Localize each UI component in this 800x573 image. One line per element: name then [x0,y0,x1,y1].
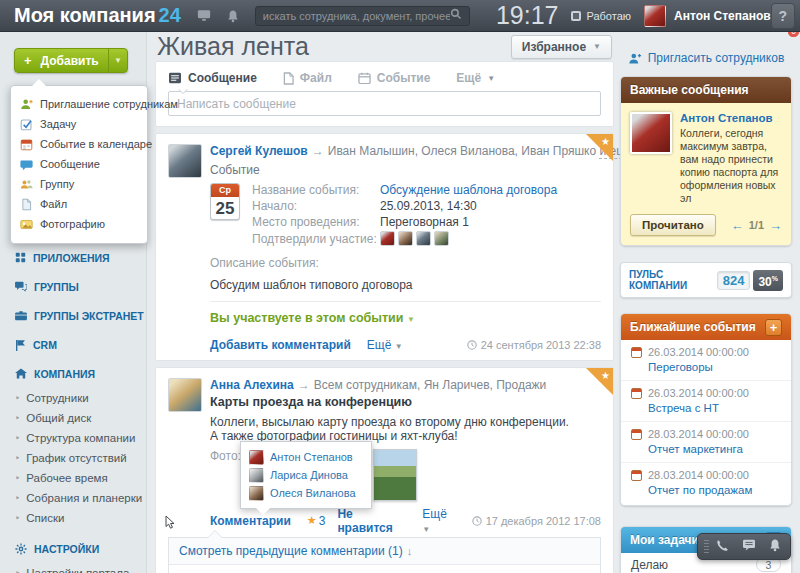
author-avatar[interactable] [168,144,202,178]
post-author-link[interactable]: Сергей Кулешов [210,144,308,158]
liker-name-link[interactable]: Олеся Виланова [270,487,356,499]
drag-handle[interactable] [704,540,709,554]
likes-count[interactable]: 3 [319,514,326,528]
tab-file[interactable]: Файл [283,71,332,85]
post-more-link[interactable]: Ещё ▼ [422,507,455,535]
liker-avatar[interactable] [249,450,264,465]
menu-item-photo[interactable]: Фотографию [11,214,147,234]
triangle-bullet-icon: ‣ [15,393,20,403]
event-datetime: 26.03.2014 00:00:00 [631,387,781,399]
event-field-row: Подтвердили участие: [252,231,557,246]
work-status[interactable]: Работаю [571,10,631,22]
menu-item-file[interactable]: Файл [11,194,147,214]
event-tab-icon [358,72,371,84]
add-button[interactable]: + Добавить ▼ [14,48,128,73]
add-event-button[interactable]: + [765,319,782,336]
post-more-link[interactable]: Ещё ▼ [367,338,403,352]
participant-avatar[interactable] [380,231,395,246]
event-datetime: 28.03.2014 00:00:00 [631,428,781,440]
pagination-counter: 1/1 [749,219,764,231]
participant-avatar[interactable] [434,231,449,246]
liker-name-link[interactable]: Антон Степанов [270,451,353,463]
company-pulse-panel[interactable]: ПУЛЬС КОМПАНИИ 824 30% [620,262,792,298]
menu-item-label: Событие в календаре [40,138,152,150]
sidebar-item-work-time[interactable]: ‣Рабочее время [15,468,146,488]
work-status-label: Работаю [586,10,631,22]
message-author-link[interactable]: Антон Степанов [680,112,782,124]
menu-item-calendar-event[interactable]: Событие в календаре [11,134,147,154]
sidebar-item-groups[interactable]: ГРУППЫ [15,272,146,301]
favorites-button[interactable]: Избранное ▼ [511,35,612,59]
chat-icon[interactable] [742,539,756,554]
author-avatar[interactable] [168,378,202,412]
logo-accent: 24 [159,4,181,26]
menu-item-group[interactable]: Группу [11,174,147,194]
panel-title: Важные сообщения [630,83,749,97]
tab-label: Файл [300,71,332,85]
current-user[interactable]: Антон Степанов [644,5,771,27]
menu-item-task[interactable]: Задачу [11,114,147,134]
sidebar-item-shared-disk[interactable]: ‣Общий диск [15,408,146,428]
event-name-link[interactable]: Отчет маркетинга [648,443,781,455]
event-name-link[interactable]: Встреча с НТ [648,402,781,414]
sidebar-item-lists[interactable]: ‣Списки [15,508,146,528]
sidebar-item-company-structure[interactable]: ‣Структура компании [15,428,146,448]
notifications-bell-icon[interactable] [227,9,239,23]
participation-status-link[interactable]: Вы участвуете в этом событии ▼ [210,311,601,325]
sidebar-item-label: CRM [33,339,57,351]
sidebar-item-meetings[interactable]: ‣Собрания и планерки [15,488,146,508]
arrow-left-icon[interactable]: ← [731,218,744,233]
company-pulse-link[interactable]: ПУЛЬС КОМПАНИИ [629,269,717,291]
sidebar-item-settings[interactable]: НАСТРОЙКИ [15,534,146,563]
messenger-icon[interactable] [197,9,211,22]
search-icon[interactable] [450,8,462,23]
post-text-line: Коллеги, высылаю карту проезда ко втором… [210,415,601,429]
logo[interactable]: Моя компания24 [14,4,181,27]
work-clock[interactable]: 19:17 [496,1,559,30]
liker-name-link[interactable]: Лариса Динова [270,469,348,481]
add-button-caret[interactable]: ▼ [108,49,127,72]
show-previous-comments-link[interactable]: Смотреть предыдущие комментарии (1)↓ [169,538,600,565]
help-button[interactable]: ? [771,3,795,29]
chevron-down-icon: ▼ [487,74,495,83]
sidebar-item-crm[interactable]: CRM [15,330,146,359]
post-author-link[interactable]: Анна Алехина [210,378,294,392]
tab-more[interactable]: Ещё ▼ [456,71,495,85]
message-text: Коллеги, сегодня максимум завтра, вам на… [680,127,782,205]
participant-avatar[interactable] [416,231,431,246]
sidebar-item-apps[interactable]: ПРИЛОЖЕНИЯ [15,243,146,272]
sidebar-item-label: НАСТРОЙКИ [34,543,99,555]
comments-link[interactable]: Комментарии [210,514,291,528]
sidebar-item-portal-settings[interactable]: ‣Настройки портала [15,563,146,573]
phone-icon[interactable] [716,539,729,555]
message-author-avatar[interactable] [630,112,672,154]
bell-icon[interactable] [769,538,781,555]
liker-avatar[interactable] [249,486,264,501]
post-recipients[interactable]: Всем сотрудникам, Ян Ларичев, Продажи [314,378,547,392]
arrow-right-icon[interactable]: → [769,218,782,233]
sidebar-item-company[interactable]: КОМПАНИЯ [15,359,146,388]
new-post-input[interactable] [168,91,601,116]
tab-message[interactable]: Сообщение [168,71,257,85]
post-recipients[interactable]: Иван Малышин, Олеся Виланова, Иван Пряшк… [328,144,596,158]
photo-thumbnail[interactable] [373,449,417,501]
liker-avatar[interactable] [249,468,264,483]
sidebar-item-absence-chart[interactable]: ‣График отсутствий [15,448,146,468]
sidebar-item-label: Рабочее время [26,472,107,484]
menu-item-invite[interactable]: Приглашение сотрудникам [11,94,147,114]
dislike-link[interactable]: Не нравится [337,507,406,535]
sidebar-item-employees[interactable]: ‣Сотрудники [15,388,146,408]
event-name-link[interactable]: Обсуждение шаблона договора [380,183,557,197]
event-name-link[interactable]: Переговоры [648,361,781,373]
page-header: Живая лента Избранное ▼ [155,32,614,61]
tab-event[interactable]: Событие [358,71,431,85]
participant-avatar[interactable] [398,231,413,246]
invite-employees-link[interactable]: Пригласить сотрудников [620,46,792,70]
event-name-link[interactable]: Отчет по продажам [648,484,781,496]
pulse-badges: 824 30% [717,270,783,291]
mark-read-button[interactable]: Прочитано [630,214,716,236]
sidebar-item-extranet-groups[interactable]: ГРУППЫ ЭКСТРАНЕТ [15,301,146,330]
menu-item-message[interactable]: Сообщение [11,154,147,174]
add-comment-link[interactable]: Добавить комментарий [210,338,351,352]
search-input[interactable] [263,10,450,22]
